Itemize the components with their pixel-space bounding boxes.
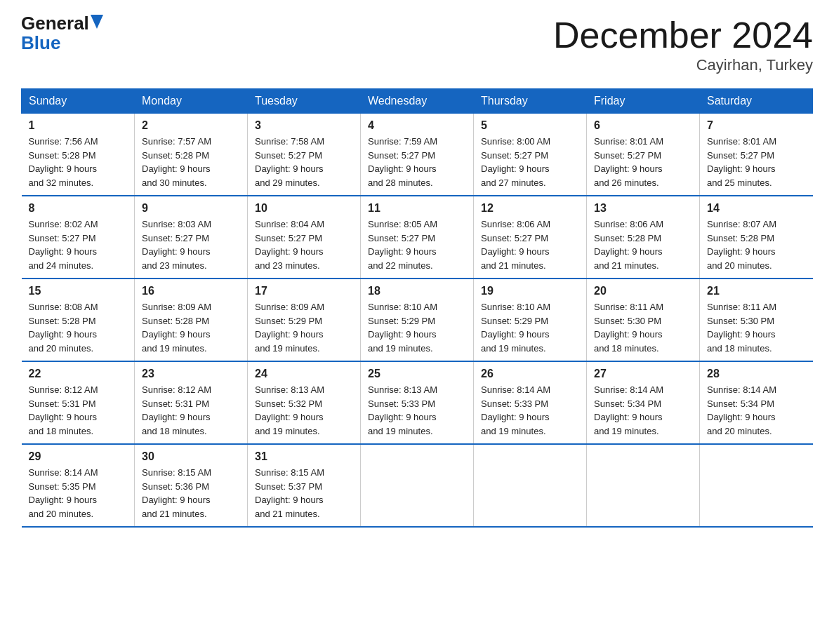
column-header-sunday: Sunday — [22, 89, 135, 114]
week-row-1: 1Sunrise: 7:56 AM Sunset: 5:28 PM Daylig… — [22, 114, 813, 196]
calendar-cell: 29Sunrise: 8:14 AM Sunset: 5:35 PM Dayli… — [22, 444, 135, 527]
calendar-cell: 5Sunrise: 8:00 AM Sunset: 5:27 PM Daylig… — [474, 114, 587, 196]
calendar-cell: 1Sunrise: 7:56 AM Sunset: 5:28 PM Daylig… — [22, 114, 135, 196]
calendar-cell: 20Sunrise: 8:11 AM Sunset: 5:30 PM Dayli… — [587, 279, 700, 361]
calendar-cell: 31Sunrise: 8:15 AM Sunset: 5:37 PM Dayli… — [248, 444, 361, 527]
day-number: 18 — [368, 285, 466, 297]
day-number: 10 — [255, 202, 353, 215]
day-info: Sunrise: 8:07 AM Sunset: 5:28 PM Dayligh… — [707, 217, 806, 272]
day-number: 4 — [368, 119, 466, 132]
day-info: Sunrise: 8:12 AM Sunset: 5:31 PM Dayligh… — [29, 383, 128, 438]
day-info: Sunrise: 8:13 AM Sunset: 5:33 PM Dayligh… — [368, 383, 466, 438]
column-header-monday: Monday — [135, 89, 248, 114]
calendar-cell: 13Sunrise: 8:06 AM Sunset: 5:28 PM Dayli… — [587, 196, 700, 279]
day-info: Sunrise: 7:57 AM Sunset: 5:28 PM Dayligh… — [142, 135, 240, 189]
column-header-wednesday: Wednesday — [361, 89, 474, 114]
day-number: 31 — [255, 450, 353, 463]
day-info: Sunrise: 8:02 AM Sunset: 5:27 PM Dayligh… — [29, 217, 128, 272]
calendar-cell: 22Sunrise: 8:12 AM Sunset: 5:31 PM Dayli… — [22, 361, 135, 444]
page-header: General Blue December 2024 Cayirhan, Tur… — [21, 14, 813, 74]
day-info: Sunrise: 8:04 AM Sunset: 5:27 PM Dayligh… — [255, 217, 353, 272]
column-header-tuesday: Tuesday — [248, 89, 361, 114]
day-info: Sunrise: 8:00 AM Sunset: 5:27 PM Dayligh… — [481, 135, 579, 189]
day-number: 29 — [29, 450, 128, 463]
calendar-cell: 9Sunrise: 8:03 AM Sunset: 5:27 PM Daylig… — [135, 196, 248, 279]
title-section: December 2024 Cayirhan, Turkey — [553, 14, 813, 74]
day-number: 20 — [594, 285, 692, 297]
month-title: December 2024 — [553, 14, 813, 56]
calendar-cell — [361, 444, 474, 527]
day-info: Sunrise: 7:56 AM Sunset: 5:28 PM Dayligh… — [29, 135, 128, 189]
day-info: Sunrise: 8:11 AM Sunset: 5:30 PM Dayligh… — [707, 300, 806, 355]
calendar-cell — [587, 444, 700, 527]
day-number: 11 — [368, 202, 466, 215]
day-number: 19 — [481, 285, 579, 297]
day-info: Sunrise: 8:03 AM Sunset: 5:27 PM Dayligh… — [142, 217, 240, 272]
logo-text-general: General — [21, 14, 89, 32]
day-info: Sunrise: 8:06 AM Sunset: 5:27 PM Dayligh… — [481, 217, 579, 272]
svg-marker-0 — [91, 15, 103, 29]
day-info: Sunrise: 8:14 AM Sunset: 5:34 PM Dayligh… — [594, 383, 692, 438]
day-number: 5 — [481, 119, 579, 132]
calendar-cell: 15Sunrise: 8:08 AM Sunset: 5:28 PM Dayli… — [22, 279, 135, 361]
day-info: Sunrise: 8:13 AM Sunset: 5:32 PM Dayligh… — [255, 383, 353, 438]
day-number: 6 — [594, 119, 692, 132]
calendar-cell — [474, 444, 587, 527]
day-number: 7 — [707, 119, 806, 132]
calendar-cell: 8Sunrise: 8:02 AM Sunset: 5:27 PM Daylig… — [22, 196, 135, 279]
day-number: 23 — [142, 368, 240, 380]
day-info: Sunrise: 8:01 AM Sunset: 5:27 PM Dayligh… — [594, 135, 692, 189]
calendar-cell: 27Sunrise: 8:14 AM Sunset: 5:34 PM Dayli… — [587, 361, 700, 444]
column-header-thursday: Thursday — [474, 89, 587, 114]
day-number: 16 — [142, 285, 240, 297]
day-info: Sunrise: 8:12 AM Sunset: 5:31 PM Dayligh… — [142, 383, 240, 438]
calendar-cell: 23Sunrise: 8:12 AM Sunset: 5:31 PM Dayli… — [135, 361, 248, 444]
calendar-cell: 25Sunrise: 8:13 AM Sunset: 5:33 PM Dayli… — [361, 361, 474, 444]
day-number: 17 — [255, 285, 353, 297]
calendar-header-row: SundayMondayTuesdayWednesdayThursdayFrid… — [22, 89, 813, 114]
day-number: 2 — [142, 119, 240, 132]
calendar-cell: 19Sunrise: 8:10 AM Sunset: 5:29 PM Dayli… — [474, 279, 587, 361]
calendar-cell: 30Sunrise: 8:15 AM Sunset: 5:36 PM Dayli… — [135, 444, 248, 527]
calendar-cell: 11Sunrise: 8:05 AM Sunset: 5:27 PM Dayli… — [361, 196, 474, 279]
day-number: 24 — [255, 368, 353, 380]
day-number: 9 — [142, 202, 240, 215]
calendar-cell: 24Sunrise: 8:13 AM Sunset: 5:32 PM Dayli… — [248, 361, 361, 444]
day-number: 27 — [594, 368, 692, 380]
day-info: Sunrise: 8:14 AM Sunset: 5:35 PM Dayligh… — [29, 466, 128, 521]
calendar-table: SundayMondayTuesdayWednesdayThursdayFrid… — [21, 88, 813, 528]
day-number: 13 — [594, 202, 692, 215]
day-info: Sunrise: 8:15 AM Sunset: 5:37 PM Dayligh… — [255, 466, 353, 521]
week-row-3: 15Sunrise: 8:08 AM Sunset: 5:28 PM Dayli… — [22, 279, 813, 361]
week-row-5: 29Sunrise: 8:14 AM Sunset: 5:35 PM Dayli… — [22, 444, 813, 527]
calendar-cell: 3Sunrise: 7:58 AM Sunset: 5:27 PM Daylig… — [248, 114, 361, 196]
calendar-cell: 28Sunrise: 8:14 AM Sunset: 5:34 PM Dayli… — [700, 361, 813, 444]
day-number: 1 — [29, 119, 128, 132]
day-number: 25 — [368, 368, 466, 380]
calendar-cell: 7Sunrise: 8:01 AM Sunset: 5:27 PM Daylig… — [700, 114, 813, 196]
logo-text-blue: Blue — [21, 32, 60, 54]
day-info: Sunrise: 7:59 AM Sunset: 5:27 PM Dayligh… — [368, 135, 466, 189]
calendar-cell: 16Sunrise: 8:09 AM Sunset: 5:28 PM Dayli… — [135, 279, 248, 361]
day-info: Sunrise: 8:08 AM Sunset: 5:28 PM Dayligh… — [29, 300, 128, 355]
day-info: Sunrise: 8:05 AM Sunset: 5:27 PM Dayligh… — [368, 217, 466, 272]
day-number: 3 — [255, 119, 353, 132]
logo-arrow-icon — [91, 15, 103, 29]
location-label: Cayirhan, Turkey — [553, 56, 813, 74]
day-info: Sunrise: 8:09 AM Sunset: 5:28 PM Dayligh… — [142, 300, 240, 355]
day-number: 22 — [29, 368, 128, 380]
day-number: 14 — [707, 202, 806, 215]
calendar-cell: 2Sunrise: 7:57 AM Sunset: 5:28 PM Daylig… — [135, 114, 248, 196]
week-row-2: 8Sunrise: 8:02 AM Sunset: 5:27 PM Daylig… — [22, 196, 813, 279]
day-info: Sunrise: 8:14 AM Sunset: 5:33 PM Dayligh… — [481, 383, 579, 438]
day-number: 21 — [707, 285, 806, 297]
day-number: 12 — [481, 202, 579, 215]
day-info: Sunrise: 8:10 AM Sunset: 5:29 PM Dayligh… — [368, 300, 466, 355]
calendar-cell: 14Sunrise: 8:07 AM Sunset: 5:28 PM Dayli… — [700, 196, 813, 279]
day-info: Sunrise: 8:01 AM Sunset: 5:27 PM Dayligh… — [707, 135, 806, 189]
day-number: 26 — [481, 368, 579, 380]
day-info: Sunrise: 7:58 AM Sunset: 5:27 PM Dayligh… — [255, 135, 353, 189]
day-info: Sunrise: 8:15 AM Sunset: 5:36 PM Dayligh… — [142, 466, 240, 521]
calendar-cell: 21Sunrise: 8:11 AM Sunset: 5:30 PM Dayli… — [700, 279, 813, 361]
day-info: Sunrise: 8:11 AM Sunset: 5:30 PM Dayligh… — [594, 300, 692, 355]
